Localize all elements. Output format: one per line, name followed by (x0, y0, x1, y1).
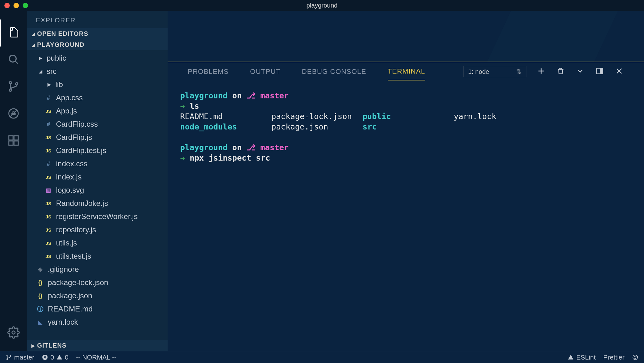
status-eslint[interactable]: ESLint (568, 354, 596, 361)
section-workspace[interactable]: ◢ PLAYGROUND (27, 39, 168, 50)
new-terminal-button[interactable] (536, 67, 546, 76)
folder-src[interactable]: ◢ src (27, 65, 168, 78)
warning-icon (568, 354, 574, 360)
svg-point-4 (15, 83, 18, 85)
file-utils-test[interactable]: JS utils.test.js (27, 250, 168, 263)
file-logo-svg[interactable]: ▧ logo.svg (27, 184, 168, 197)
activity-source-control[interactable] (0, 74, 27, 101)
plus-icon (537, 67, 545, 76)
activity-debug[interactable] (0, 101, 27, 128)
file-label: CardFlip.css (56, 120, 98, 129)
file-index-css[interactable]: # index.css (27, 157, 168, 170)
file-label: README.md (48, 305, 93, 313)
file-cardflip-js[interactable]: JS CardFlip.js (27, 131, 168, 144)
ls-output-row: README.md package-lock.json public yarn.… (180, 111, 631, 122)
status-feedback[interactable] (632, 354, 638, 360)
section-open-editors[interactable]: ◢ OPEN EDITORS (27, 28, 168, 39)
file-cardflip-test[interactable]: JS CardFlip.test.js (27, 144, 168, 157)
svg-line-6 (10, 110, 17, 117)
tab-debug-console[interactable]: DEBUG CONSOLE (302, 63, 366, 80)
tab-problems[interactable]: PROBLEMS (188, 63, 229, 80)
svg-point-18 (7, 355, 8, 356)
maximize-window-button[interactable] (23, 3, 28, 8)
editor-empty (168, 11, 644, 62)
status-bar: master 0 0 -- NORMAL -- ESLint Prettier (0, 351, 644, 363)
close-icon (615, 67, 623, 76)
folder-label: lib (55, 80, 63, 89)
file-yarn-lock[interactable]: ◣ yarn.lock (27, 316, 168, 329)
js-icon: JS (43, 227, 53, 233)
js-icon: JS (43, 201, 53, 206)
file-readme[interactable]: ⓘ README.md (27, 302, 168, 316)
status-errors[interactable]: 0 0 (42, 354, 68, 361)
eslint-label: ESLint (576, 354, 596, 361)
json-icon: {} (35, 293, 45, 299)
ls-item: package-lock.json (271, 111, 363, 122)
status-vim-mode[interactable]: -- NORMAL -- (76, 354, 117, 361)
file-label: package-lock.json (48, 278, 108, 287)
terminal-cwd: playground (180, 91, 228, 100)
file-repository-js[interactable]: JS repository.js (27, 223, 168, 236)
file-gitignore[interactable]: ◈ .gitignore (27, 263, 168, 276)
activity-extensions[interactable] (0, 128, 27, 155)
activity-explorer[interactable] (0, 19, 27, 47)
status-right: ESLint Prettier (568, 354, 638, 361)
svg-point-25 (634, 356, 635, 357)
css-icon: # (43, 95, 53, 101)
maximize-panel-button[interactable] (595, 67, 604, 76)
file-label: logo.svg (56, 186, 84, 195)
file-randomjoke-js[interactable]: JS RandomJoke.js (27, 197, 168, 210)
svg-rect-9 (9, 141, 13, 145)
terminal-on: on (232, 143, 242, 152)
svg-point-3 (9, 89, 11, 91)
ls-item: README.md (180, 111, 271, 122)
panel-chevron-button[interactable] (575, 67, 585, 76)
minimize-window-button[interactable] (14, 3, 19, 8)
section-label: PLAYGROUND (37, 41, 84, 48)
tab-terminal[interactable]: TERMINAL (388, 63, 425, 80)
file-index-js[interactable]: JS index.js (27, 170, 168, 184)
js-icon: JS (43, 214, 53, 219)
panel-tabs: PROBLEMS OUTPUT DEBUG CONSOLE TERMINAL 1… (168, 62, 644, 81)
status-prettier[interactable]: Prettier (603, 354, 625, 361)
file-rsw-js[interactable]: JS registerServiceWorker.js (27, 210, 168, 223)
js-icon: JS (43, 254, 53, 259)
main-area: EXPLORER ◢ OPEN EDITORS ◢ PLAYGROUND ▶ p… (0, 11, 644, 351)
file-app-js[interactable]: JS App.js (27, 104, 168, 118)
file-cardflip-css[interactable]: # CardFlip.css (27, 118, 168, 131)
bug-disabled-icon (7, 107, 20, 121)
terminal[interactable]: playground on ⎇ master → ls README.md pa… (168, 81, 644, 351)
collapse-icon: ◢ (38, 69, 43, 74)
terminal-command: npx jsinspect src (190, 153, 270, 162)
svg-point-20 (10, 355, 11, 356)
close-panel-button[interactable] (614, 67, 624, 76)
expand-icon: ▶ (47, 82, 52, 87)
tab-output[interactable]: OUTPUT (250, 63, 280, 80)
file-package-json[interactable]: {} package.json (27, 289, 168, 302)
terminal-selector[interactable]: 1: node ⇅ (464, 66, 526, 77)
folder-lib[interactable]: ▶ lib (27, 78, 168, 91)
kill-terminal-button[interactable] (556, 67, 565, 76)
file-tree: ▶ public ◢ src ▶ lib # App.css JS App.js… (27, 50, 168, 340)
svg-point-24 (633, 355, 638, 360)
section-gitlens[interactable]: ▶ GITLENS (27, 340, 168, 351)
trash-icon (557, 67, 565, 76)
close-window-button[interactable] (4, 3, 10, 8)
file-app-css[interactable]: # App.css (27, 91, 168, 104)
status-git-branch[interactable]: master (6, 354, 34, 361)
section-label: OPEN EDITORS (37, 30, 88, 37)
js-icon: JS (43, 174, 53, 180)
file-label: registerServiceWorker.js (56, 212, 138, 221)
file-package-lock[interactable]: {} package-lock.json (27, 276, 168, 289)
activity-settings[interactable] (0, 320, 27, 347)
error-icon (42, 354, 48, 360)
bottom-panel: PROBLEMS OUTPUT DEBUG CONSOLE TERMINAL 1… (168, 62, 644, 351)
folder-public[interactable]: ▶ public (27, 52, 168, 65)
activity-search[interactable] (0, 47, 27, 74)
terminal-cwd: playground (180, 143, 228, 152)
search-icon (7, 53, 20, 67)
file-label: index.js (56, 173, 81, 181)
js-icon: JS (43, 148, 53, 153)
file-utils-js[interactable]: JS utils.js (27, 236, 168, 250)
file-label: index.css (56, 159, 87, 168)
